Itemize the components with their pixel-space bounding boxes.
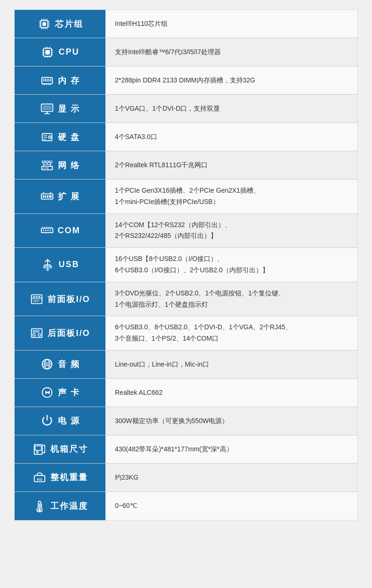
label-soundcard: 声 卡 <box>15 379 105 407</box>
svg-point-95 <box>33 334 36 336</box>
label-usb: USB <box>15 248 105 282</box>
label-weight: KG 整机重量 <box>15 464 105 491</box>
label-harddisk: 硬 盘 <box>15 123 105 151</box>
casesize-icon <box>32 442 47 456</box>
svg-point-96 <box>38 334 41 336</box>
harddisk-icon <box>40 130 54 144</box>
label-text-network: 网 络 <box>58 160 80 171</box>
label-memory: 内 存 <box>15 66 105 94</box>
value-memory: 2*288pin DDR4 2133 DIMM内存插槽，支持32G <box>105 66 357 94</box>
row-memory: 内 存2*288pin DDR4 2133 DIMM内存插槽，支持32G <box>15 66 357 95</box>
svg-rect-39 <box>44 83 45 85</box>
svg-point-73 <box>47 230 49 231</box>
weight-icon: KG <box>32 470 47 484</box>
svg-point-83 <box>47 269 49 270</box>
value-network: 2个Realtek RTL8111G千兆网口 <box>105 151 357 179</box>
reario-icon <box>30 326 44 340</box>
row-cpu: CPU支持Intel®酷睿™6/7代I3/I5/I7处理器 <box>15 38 357 66</box>
row-temperature: 工作温度0~60℃ <box>15 492 357 520</box>
row-network: 网 络2个Realtek RTL8111G千兆网口 <box>15 151 357 180</box>
network-icon <box>40 158 54 172</box>
memory-icon <box>40 74 54 88</box>
svg-point-74 <box>49 230 51 231</box>
label-text-chipset: 芯片组 <box>55 18 83 30</box>
row-reario: 后面板I/O6个USB3.0、8个USB2.0、1个DVI-D、1个VGA、2个… <box>15 316 357 351</box>
value-weight: 约23KG <box>105 464 357 491</box>
label-power: 电 源 <box>15 407 105 435</box>
value-chipset: Intel®H110芯片组 <box>105 10 357 38</box>
value-usb: 16个USB【8个USB2.0（I/O接口）、6个USB3.0（I/O接口）、2… <box>105 248 357 282</box>
label-text-temperature: 工作温度 <box>50 500 88 512</box>
label-chipset: 芯片组 <box>15 10 105 38</box>
svg-rect-36 <box>49 79 49 82</box>
label-text-cpu: CPU <box>58 47 79 57</box>
display-icon <box>40 102 54 116</box>
svg-rect-46 <box>43 105 52 110</box>
svg-point-71 <box>43 230 44 231</box>
row-frontio: 前面板I/O3个DVD光驱位、2个USB2.0、1个电源按钮、1个复位键、1个电… <box>15 282 357 317</box>
label-reario: 后面板I/O <box>15 316 105 350</box>
svg-rect-65 <box>45 195 46 198</box>
svg-point-102 <box>36 451 38 453</box>
row-audio: 音 频Line-out口，Line-in口，Mic-in口 <box>15 351 357 379</box>
svg-rect-40 <box>46 83 47 85</box>
label-text-usb: USB <box>58 260 79 270</box>
svg-rect-94 <box>37 331 39 333</box>
frontio-icon <box>30 292 44 306</box>
label-cpu: CPU <box>15 38 105 66</box>
label-frontio: 前面板I/O <box>15 282 105 316</box>
value-harddisk: 4个SATA3.0口 <box>105 123 357 151</box>
svg-rect-38 <box>43 83 44 85</box>
svg-rect-54 <box>43 167 44 168</box>
row-chipset: 芯片组Intel®H110芯片组 <box>15 10 357 38</box>
label-text-harddisk: 硬 盘 <box>58 131 80 143</box>
power-icon <box>40 414 54 428</box>
label-network: 网 络 <box>15 151 105 179</box>
value-reario: 6个USB3.0、8个USB2.0、1个DVI-D、1个VGA、2个RJ45、3… <box>105 316 357 350</box>
label-text-display: 显 示 <box>58 103 80 114</box>
svg-rect-42 <box>50 83 51 85</box>
temperature-icon <box>32 499 47 513</box>
row-usb: USB16个USB【8个USB2.0（I/O接口）、6个USB3.0（I/O接口… <box>15 248 357 282</box>
value-temperature: 0~60℃ <box>105 492 357 520</box>
svg-rect-37 <box>50 79 51 82</box>
label-text-casesize: 机箱尺寸 <box>50 443 88 455</box>
row-expansion: 扩 展1个PCIe Gen3X16插槽、2个PCIe Gen2X1插槽、1个mi… <box>15 180 357 214</box>
svg-rect-101 <box>35 446 41 450</box>
row-soundcard: 声 卡Realtek ALC662 <box>15 379 357 407</box>
label-text-reario: 后面板I/O <box>48 327 90 339</box>
label-text-soundcard: 声 卡 <box>58 387 80 398</box>
svg-rect-64 <box>43 195 44 198</box>
svg-rect-33 <box>43 79 44 82</box>
value-casesize: 430(482带耳朵)*481*177mm(宽*深*高） <box>105 435 357 463</box>
cpu-icon <box>40 45 55 59</box>
svg-point-72 <box>45 230 46 231</box>
svg-rect-35 <box>47 79 48 82</box>
row-harddisk: 硬 盘4个SATA3.0口 <box>15 123 357 151</box>
spec-table: 芯片组Intel®H110芯片组 CPU支持Intel®酷睿™6/7代I3/I5… <box>14 9 358 521</box>
row-com: COM14个COM【12个RS232（内部引出）、2个RS232/422/485… <box>15 214 357 248</box>
value-audio: Line-out口，Line-in口，Mic-in口 <box>105 351 357 378</box>
chipset-icon <box>37 17 51 31</box>
usb-icon <box>40 258 55 272</box>
svg-rect-1 <box>42 22 46 26</box>
label-text-audio: 音 频 <box>58 359 80 370</box>
svg-rect-41 <box>48 83 49 85</box>
svg-rect-55 <box>45 167 46 168</box>
svg-text:KG: KG <box>37 477 42 482</box>
svg-rect-66 <box>47 195 49 198</box>
svg-rect-67 <box>49 195 52 198</box>
label-text-frontio: 前面板I/O <box>48 294 90 305</box>
row-display: 显 示1个VGA口、1个DVI-D口，支持双显 <box>15 95 357 123</box>
label-text-power: 电 源 <box>58 415 80 426</box>
row-weight: KG 整机重量约23KG <box>15 464 357 492</box>
expansion-icon <box>40 189 54 204</box>
label-expansion: 扩 展 <box>15 180 105 213</box>
svg-point-112 <box>38 509 41 512</box>
svg-rect-93 <box>33 331 36 333</box>
audio-icon <box>40 357 54 371</box>
svg-rect-88 <box>36 296 38 297</box>
label-audio: 音 频 <box>15 351 105 378</box>
label-text-weight: 整机重量 <box>50 472 88 483</box>
soundcard-icon <box>40 385 54 400</box>
